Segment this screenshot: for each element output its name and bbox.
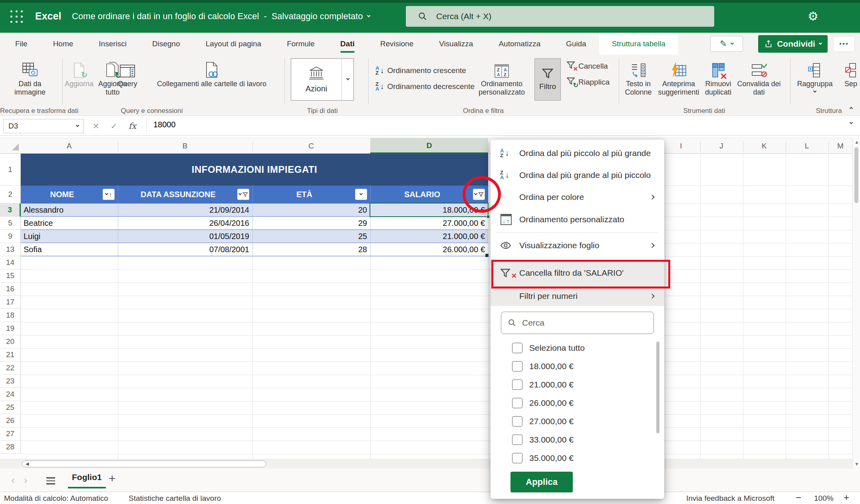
apply-filter-button[interactable]: Applica (510, 472, 573, 492)
tab-disegno[interactable]: Disegno (139, 33, 193, 55)
cell-B3[interactable]: 21/09/2014 (118, 204, 252, 216)
save-status[interactable]: Salvataggio completato (272, 11, 363, 22)
sheet-tab-foglio1[interactable]: Foglio1 (68, 472, 106, 482)
checkbox-unchecked-icon[interactable] (512, 435, 522, 445)
filter-option-value[interactable]: 26.000,00 € (491, 394, 664, 412)
tab-file[interactable]: File (2, 33, 40, 55)
cell-B13[interactable]: 07/08/2001 (118, 243, 252, 256)
sheet-list-menu-icon[interactable] (46, 477, 55, 484)
sort-filter-button-eta[interactable] (355, 189, 367, 200)
next-sheet-icon[interactable]: › (24, 474, 28, 486)
cancel-entry-icon[interactable]: ✕ (93, 121, 99, 131)
row-header-25[interactable]: 25 (0, 401, 21, 414)
filter-option-value[interactable]: 21.000,00 € (491, 376, 664, 394)
fill-handle[interactable] (487, 215, 490, 218)
filter-option-value[interactable]: 35.000,00 € (491, 449, 664, 467)
ungroup-rows-button[interactable]: Sep (837, 58, 860, 88)
scroll-down-icon[interactable]: ▼ (854, 461, 859, 467)
search-bar[interactable]: Cerca (Alt + X) (406, 6, 714, 27)
cell-B9[interactable]: 01/05/2019 (118, 230, 252, 243)
app-launcher-waffle-icon[interactable] (10, 10, 24, 24)
actions-dropdown[interactable] (342, 59, 354, 100)
checkbox-unchecked-icon[interactable] (512, 343, 522, 353)
zoom-level[interactable]: 100% (814, 494, 834, 503)
row-header-24[interactable]: 24 (0, 388, 21, 401)
data-validation-button[interactable]: Convalida dei dati (737, 58, 781, 97)
cell-C3[interactable]: 20 (252, 204, 370, 216)
row-header-27[interactable]: 27 (0, 427, 21, 441)
column-header-A[interactable]: A (67, 138, 72, 154)
filter-search-box[interactable] (501, 312, 654, 334)
custom-sort-button[interactable]: ZAAZ Ordinamento personalizzato (471, 58, 532, 97)
data-from-picture-button[interactable]: Dati da immagine (8, 58, 52, 97)
row-header-9[interactable]: 9 (0, 230, 21, 243)
row-header-14[interactable]: 14 (0, 256, 21, 269)
cell-C9[interactable]: 25 (252, 230, 370, 243)
workbook-stats-button[interactable]: Statistiche cartella di lavoro (129, 494, 221, 503)
table-title-cell[interactable]: INFORMAZIONI IMPIEGATI (21, 154, 488, 186)
table-resize-handle[interactable] (485, 254, 489, 257)
tab-inserisci[interactable]: Inserisci (86, 33, 139, 55)
cell-C13[interactable]: 28 (252, 243, 370, 256)
more-options-button[interactable]: ••• (833, 36, 855, 52)
tab-struttura-tabella[interactable]: Struttura tabella (599, 33, 678, 55)
scroll-up-icon[interactable]: ▲ (854, 139, 859, 145)
tab-visualizza[interactable]: Visualizza (426, 33, 486, 55)
sort-ascending-button[interactable]: AZ↓ Ordinamento crescente (375, 66, 466, 75)
formula-input[interactable]: 18000 (153, 120, 176, 129)
settings-gear-icon[interactable]: ⚙ (808, 10, 818, 23)
insert-function-icon[interactable]: fx (129, 121, 137, 131)
row-header-28[interactable]: 28 (0, 441, 21, 454)
column-header-K[interactable]: K (762, 138, 767, 154)
query-button[interactable]: Query (115, 58, 140, 88)
sort-descending-button[interactable]: ZA↓ Ordinamento decrescente (375, 82, 475, 91)
tab-guida[interactable]: Guida (553, 33, 599, 55)
flash-fill-button[interactable]: Anteprima suggerimenti (655, 58, 702, 97)
cell-A3[interactable]: Alessandro (21, 204, 118, 216)
row-header-18[interactable]: 18 (0, 309, 21, 322)
row-header-23[interactable]: 23 (0, 375, 21, 388)
menu-item-sort-by-color[interactable]: Ordina per colore (491, 186, 664, 208)
header-cell-nome[interactable]: NOME ↑ (21, 186, 118, 204)
vertical-scroll-thumb[interactable] (854, 147, 858, 203)
confirm-entry-icon[interactable]: ✓ (111, 121, 117, 131)
scroll-left-icon[interactable]: ◀ (26, 461, 29, 466)
chevron-down-icon[interactable] (367, 14, 370, 17)
filter-list-scrollbar[interactable] (656, 342, 659, 433)
filter-option-value[interactable]: 27.000,00 € (491, 412, 664, 431)
column-header-J[interactable]: J (719, 138, 723, 154)
row-header-2[interactable]: 2 (0, 186, 21, 204)
horizontal-scroll-thumb[interactable]: ◀ (22, 461, 266, 467)
feedback-link[interactable]: Invia feedback a Microsoft (686, 494, 775, 503)
tab-layout-di-pagina[interactable]: Layout di pagina (193, 33, 274, 55)
cell-B5[interactable]: 26/04/2016 (118, 217, 252, 229)
zoom-in-button[interactable]: + (844, 492, 849, 503)
expand-formula-bar-icon[interactable] (850, 121, 853, 124)
filter-search-input[interactable] (522, 318, 642, 328)
name-box[interactable]: D3 (3, 119, 84, 133)
cell-A5[interactable]: Beatrice (21, 217, 118, 229)
column-header-B[interactable]: B (183, 138, 188, 154)
checkbox-unchecked-icon[interactable] (512, 398, 522, 408)
cell-A9[interactable]: Luigi (21, 230, 118, 243)
tab-dati[interactable]: Dati (328, 33, 367, 55)
remove-duplicates-button[interactable]: ✕ Rimuovi duplicati (701, 58, 735, 97)
column-header-L[interactable]: L (805, 138, 809, 154)
zoom-out-button[interactable]: − (796, 492, 801, 503)
document-title-bar[interactable]: Come ordinare i dati in un foglio di cal… (72, 11, 370, 22)
filter-option-select-all[interactable]: Seleziona tutto (491, 339, 664, 357)
header-cell-data-assunzione[interactable]: DATA ASSUNZIONE (118, 186, 252, 204)
row-header-5[interactable]: 5 (0, 217, 21, 230)
row-header-3[interactable]: 3 (0, 204, 21, 217)
group-rows-button[interactable]: Raggruppa (795, 58, 835, 92)
prev-sheet-icon[interactable]: ‹ (11, 474, 15, 486)
tab-revisione[interactable]: Revisione (367, 33, 426, 55)
pen-mode-button[interactable]: ✎ (710, 36, 743, 52)
menu-item-sheet-view[interactable]: Visualizzazione foglio (491, 234, 664, 256)
menu-item-sort-largest-smallest[interactable]: ZA↓ Ordina dal più grande al più piccolo (491, 164, 664, 186)
share-button[interactable]: Condividi (758, 35, 828, 53)
column-header-D[interactable]: D (370, 138, 488, 154)
select-all-corner[interactable] (12, 144, 19, 150)
checkbox-unchecked-icon[interactable] (512, 416, 522, 427)
horizontal-scrollbar[interactable]: ◀ (0, 459, 852, 468)
